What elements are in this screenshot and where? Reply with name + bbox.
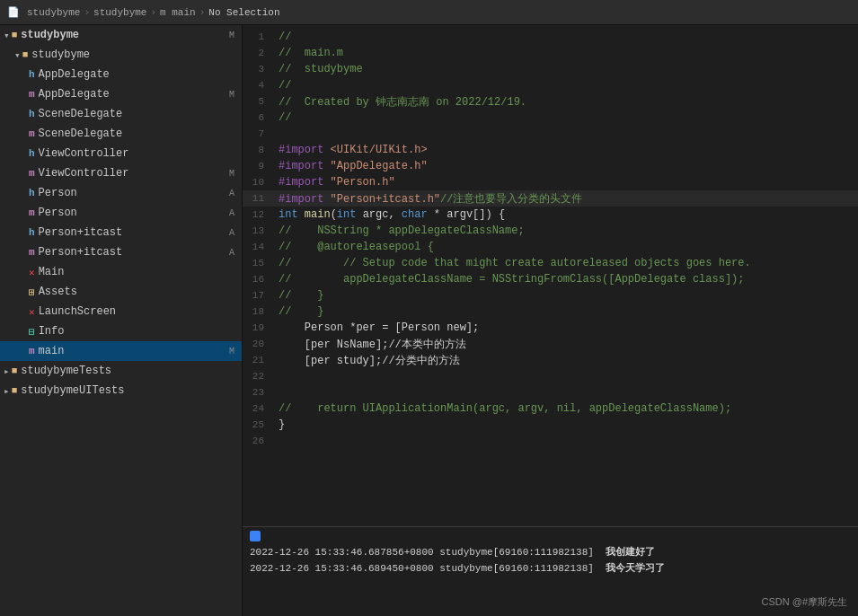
console-line: 2022-12-26 15:33:46.689450+0800 studybym… (250, 561, 851, 577)
folder-icon: ■ (12, 30, 18, 40)
sidebar-label-SceneDelegate-h: SceneDelegate (39, 108, 234, 120)
sidebar-item-uitests[interactable]: ▸ ■ studybymeUITests (0, 381, 242, 400)
breadcrumb-sep3: › (199, 7, 206, 18)
sidebar-item-ViewController-m[interactable]: m ViewController M (0, 163, 242, 183)
sidebar-item-main[interactable]: m main M (0, 341, 242, 361)
line-number-23: 23 (243, 387, 275, 398)
sidebar-label-Info: Info (39, 325, 234, 338)
badge-Person-h: A (229, 189, 234, 198)
code-line-3: 3// studybyme (243, 61, 858, 77)
breadcrumb-part1[interactable]: studybyme (27, 7, 80, 18)
chevron-right-icon2: ▸ (4, 385, 10, 397)
line-content-2[interactable]: // main.m (275, 47, 858, 59)
line-number-15: 15 (243, 258, 275, 268)
sidebar-item-LaunchScreen[interactable]: ✕ LaunchScreen (0, 302, 242, 321)
file-icon-Person-m: m (29, 207, 35, 218)
line-number-24: 24 (243, 403, 275, 414)
file-icon-AppDelegate-m: m (29, 89, 35, 100)
line-number-14: 14 (243, 242, 275, 252)
breadcrumb-icon: 📄 (7, 6, 20, 18)
sidebar-item-Person-m[interactable]: m Person A (0, 203, 242, 223)
line-number-2: 2 (243, 48, 275, 58)
line-content-13[interactable]: // NSString * appDelegateClassName; (275, 224, 858, 237)
folder-icon-uitests: ■ (12, 385, 18, 396)
line-content-9[interactable]: #import "AppDelegate.h" (275, 160, 858, 172)
code-line-19: 19 Person *per = [Person new]; (243, 320, 858, 336)
line-content-17[interactable]: // } (275, 289, 858, 302)
line-number-25: 25 (243, 419, 275, 430)
line-content-3[interactable]: // studybyme (275, 63, 858, 75)
sidebar-item-SceneDelegate-h[interactable]: h SceneDelegate (0, 104, 242, 124)
file-icon-Personitcast-h: h (29, 227, 35, 238)
line-content-5[interactable]: // Created by 钟志南志南 on 2022/12/19. (275, 94, 858, 110)
code-line-24: 24// return UIApplicationMain(argc, argv… (243, 400, 858, 417)
sidebar-label-Person-h: Person (39, 187, 226, 199)
breadcrumb: 📄 studybyme › studybyme › m main › No Se… (7, 6, 280, 18)
file-icon-SceneDelegate-m: m (29, 128, 35, 139)
file-icon-Person-h: h (29, 188, 35, 198)
breadcrumb-part3[interactable]: m main (160, 7, 196, 18)
sidebar-item-Info[interactable]: ⊟ Info (0, 321, 242, 341)
line-content-25[interactable]: } (275, 418, 858, 431)
code-line-21: 21 [per study];//分类中的方法 (243, 352, 858, 368)
sidebar-item-Personitcast-m[interactable]: m Person+itcast A (0, 242, 242, 262)
line-content-4[interactable]: // (275, 79, 858, 92)
code-line-20: 20 [per NsName];//本类中的方法 (243, 336, 858, 352)
line-content-10[interactable]: #import "Person.h" (275, 176, 858, 189)
code-line-26: 26 (243, 433, 858, 449)
sidebar-item-SceneDelegate-m[interactable]: m SceneDelegate (0, 124, 242, 144)
code-line-12: 12int main(int argc, char * argv[]) { (243, 207, 858, 223)
code-line-18: 18// } (243, 304, 858, 320)
sidebar-label-ViewController-h: ViewController (39, 147, 234, 160)
code-editor[interactable]: 1//2// main.m3// studybyme4//5// Created… (243, 25, 858, 526)
line-content-11[interactable]: #import "Person+itcast.h"//注意也要导入分类的头文件 (275, 191, 858, 207)
line-content-19[interactable]: Person *per = [Person new]; (275, 321, 858, 334)
code-line-23: 23 (243, 384, 858, 400)
sidebar-item-root[interactable]: ▾ ■ studybyme M (0, 25, 242, 45)
line-number-10: 10 (243, 177, 275, 188)
main-area: ▾ ■ studybyme M ▾ ■ studybyme h AppDeleg… (0, 25, 858, 616)
badge-main: M (229, 347, 234, 356)
code-line-13: 13// NSString * appDelegateClassName; (243, 223, 858, 239)
line-content-6[interactable]: // (275, 111, 858, 124)
code-line-10: 10#import "Person.h" (243, 174, 858, 190)
line-content-8[interactable]: #import <UIKit/UIKit.h> (275, 144, 858, 156)
line-content-12[interactable]: int main(int argc, char * argv[]) { (275, 208, 858, 221)
line-content-18[interactable]: // } (275, 305, 858, 318)
line-content-15[interactable]: // // Setup code that might create autor… (275, 257, 858, 269)
sidebar-item-Personitcast-h[interactable]: h Person+itcast A (0, 223, 242, 242)
line-content-16[interactable]: // appDelegateClassName = NSStringFromCl… (275, 273, 858, 286)
title-bar: 📄 studybyme › studybyme › m main › No Se… (0, 0, 858, 25)
code-line-9: 9#import "AppDelegate.h" (243, 158, 858, 174)
sidebar-label-AppDelegate-m: AppDelegate (39, 88, 226, 101)
sidebar-item-tests[interactable]: ▸ ■ studybymeTests (0, 361, 242, 381)
line-number-8: 8 (243, 145, 275, 155)
sidebar-item-Person-h[interactable]: h Person A (0, 183, 242, 203)
code-line-7: 7 (243, 126, 858, 142)
line-content-20[interactable]: [per NsName];//本类中的方法 (275, 337, 858, 352)
line-number-16: 16 (243, 274, 275, 285)
line-number-9: 9 (243, 161, 275, 172)
file-icon-Assets: ⊞ (29, 286, 35, 298)
line-content-1[interactable]: // (275, 31, 858, 43)
sidebar-item-AppDelegate-m[interactable]: m AppDelegate M (0, 84, 242, 104)
line-content-21[interactable]: [per study];//分类中的方法 (275, 353, 858, 368)
sidebar-item-Main[interactable]: ✕ Main (0, 262, 242, 282)
code-line-25: 25} (243, 417, 858, 433)
sidebar-item-AppDelegate-h[interactable]: h AppDelegate (0, 65, 242, 84)
editor-area: 1//2// main.m3// studybyme4//5// Created… (243, 25, 858, 616)
breadcrumb-part2[interactable]: studybyme (93, 7, 146, 18)
sidebar-item-Assets[interactable]: ⊞ Assets (0, 282, 242, 302)
line-number-12: 12 (243, 209, 275, 220)
code-line-17: 17// } (243, 287, 858, 304)
line-content-14[interactable]: // @autoreleasepool { (275, 241, 858, 253)
code-line-11: 11#import "Person+itcast.h"//注意也要导入分类的头文… (243, 190, 858, 207)
sidebar-label-AppDelegate-h: AppDelegate (39, 68, 234, 81)
sidebar-item-studybyme[interactable]: ▾ ■ studybyme (0, 45, 242, 65)
sidebar-item-ViewController-h[interactable]: h ViewController (0, 144, 242, 163)
sidebar-label-Personitcast-h: Person+itcast (39, 226, 226, 239)
line-content-24[interactable]: // return UIApplicationMain(argc, argv, … (275, 402, 858, 415)
line-number-1: 1 (243, 31, 275, 42)
breadcrumb-part4[interactable]: No Selection (208, 7, 279, 18)
sidebar-label-ViewController-m: ViewController (39, 167, 226, 180)
